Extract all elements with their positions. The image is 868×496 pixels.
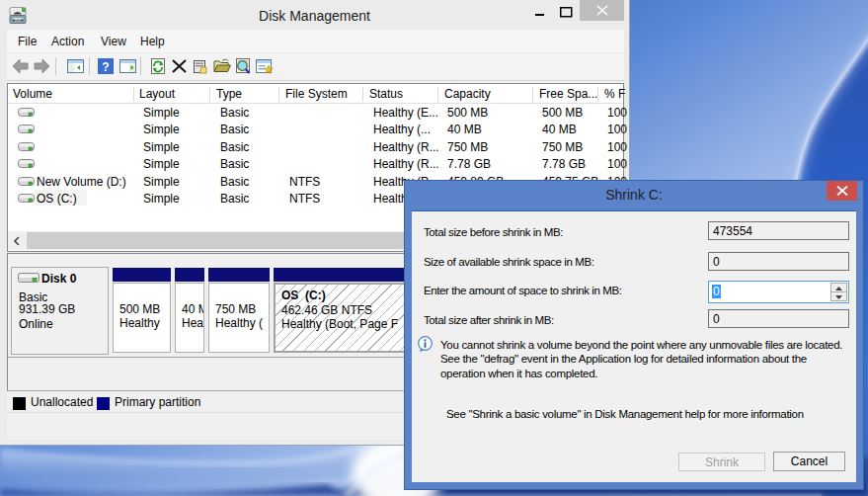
svg-text:?: ? xyxy=(102,60,109,74)
